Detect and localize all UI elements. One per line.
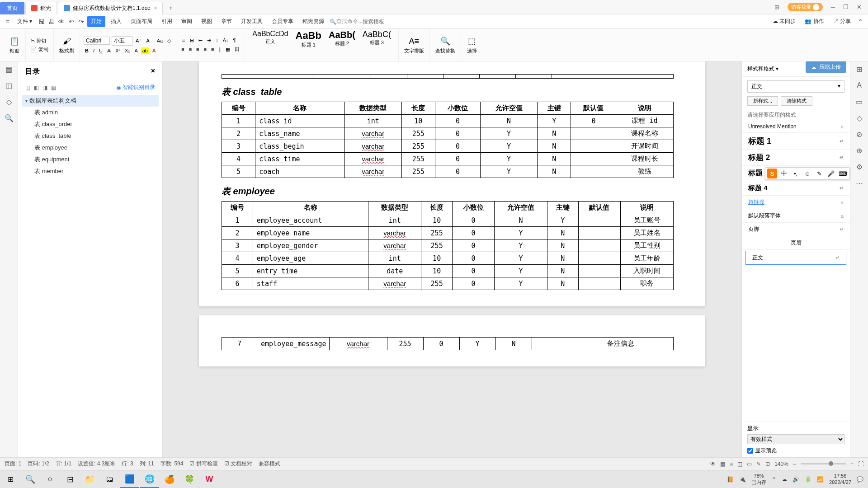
cut-button[interactable]: ✂ 剪切: [29, 37, 50, 45]
view-mode-icon[interactable]: ≡: [730, 461, 733, 467]
paragraph-mark[interactable]: ¶: [232, 37, 237, 43]
status-sections[interactable]: 节: 1/1: [56, 460, 71, 468]
menu-icon[interactable]: ≡: [4, 18, 12, 25]
search-input[interactable]: [363, 19, 399, 25]
reference-tab[interactable]: 引用: [158, 16, 176, 27]
status-proof[interactable]: ☑ 文档校对: [224, 460, 252, 468]
decrease-font[interactable]: A⁻: [145, 38, 153, 44]
zoom-in[interactable]: +: [850, 461, 854, 467]
search-icon[interactable]: 🔍: [21, 471, 40, 488]
command-search[interactable]: 🔍 查找命令...: [330, 18, 399, 25]
new-tab-button[interactable]: +: [164, 2, 178, 14]
show-select[interactable]: 有效样式: [747, 434, 844, 444]
minimize-button[interactable]: ─: [831, 4, 835, 10]
save-icon[interactable]: 🖫: [38, 18, 46, 25]
view-mode-icon[interactable]: ▦: [720, 461, 725, 467]
style-body[interactable]: AaBbCcDd正文: [249, 29, 292, 61]
cloud-sync[interactable]: ☁ 未同步: [769, 16, 799, 27]
taskbar-app-icon[interactable]: 🌐: [140, 471, 159, 488]
chapter-tab[interactable]: 章节: [217, 16, 236, 27]
page-layout-tab[interactable]: 页面布局: [127, 16, 156, 27]
close-icon[interactable]: ×: [151, 67, 155, 76]
outline-icon[interactable]: ▤: [5, 65, 14, 74]
bullets-button[interactable]: ≣: [180, 37, 187, 44]
more-icon[interactable]: ⌃: [856, 18, 864, 25]
upload-button[interactable]: 压缩上传: [806, 61, 846, 73]
document-area[interactable]: 表 class_table 编号名称数据类型长度小数位允许空值主键默认值说明1c…: [163, 61, 741, 457]
style-item-h4[interactable]: 标题 4↵: [742, 181, 850, 196]
outline-item[interactable]: 表 equipment: [22, 154, 159, 165]
line-spacing[interactable]: ‖: [217, 46, 222, 53]
copy-button[interactable]: 📄 复制: [29, 46, 50, 53]
ime-logo-icon[interactable]: S: [767, 169, 777, 178]
style-h1[interactable]: AaBb标题 1: [292, 29, 325, 61]
style-item-h2[interactable]: 标题 2↵: [742, 150, 850, 166]
style-h3[interactable]: AaBbC(标题 3: [359, 29, 395, 61]
tray-icon[interactable]: ☁: [782, 476, 787, 483]
ime-skin-icon[interactable]: ✎: [814, 169, 824, 178]
ime-keyboard-icon[interactable]: ⌨: [838, 169, 848, 178]
outline-item[interactable]: 表 class_table: [22, 130, 159, 142]
style-item-link[interactable]: 超链接a: [742, 196, 850, 209]
bookmark-icon[interactable]: ◇: [5, 98, 14, 107]
review-tab[interactable]: 审阅: [178, 16, 196, 27]
outline-tool-icon[interactable]: ◫: [25, 84, 30, 91]
notification-icon[interactable]: 💬: [857, 476, 863, 483]
text-tools-button[interactable]: A≡文字排版: [402, 36, 426, 54]
tray-icon[interactable]: ⌃: [772, 476, 776, 483]
outline-item[interactable]: 表 employee: [22, 142, 159, 154]
bold-button[interactable]: B: [84, 47, 90, 54]
style-item-header[interactable]: 页眉: [742, 236, 850, 250]
restore-button[interactable]: ❐: [843, 4, 849, 10]
settings-icon[interactable]: ⊞: [855, 65, 864, 74]
zoom-slider[interactable]: [801, 463, 846, 465]
current-style[interactable]: 正文▾: [747, 80, 844, 93]
align-distribute[interactable]: ≡: [210, 46, 215, 52]
style-item-body[interactable]: 正文↵: [745, 251, 846, 265]
align-center[interactable]: ≡: [188, 46, 193, 52]
find-replace-button[interactable]: 🔍查找替换: [434, 36, 457, 54]
clear-format-button[interactable]: 清除格式: [781, 96, 812, 106]
style-item[interactable]: Unresolved Mentiona: [742, 121, 850, 133]
file-menu[interactable]: 文件 ▾: [14, 16, 36, 27]
fit-icon[interactable]: ⊡: [765, 461, 770, 467]
taskbar-app-icon[interactable]: 🟦: [120, 471, 139, 488]
zoom-out[interactable]: −: [793, 461, 796, 467]
outline-tool-icon[interactable]: ◨: [42, 84, 47, 91]
indent-button[interactable]: ⇥: [206, 37, 212, 44]
search-icon[interactable]: 🔍: [5, 114, 14, 123]
tray-icon[interactable]: 🔌: [739, 476, 746, 483]
italic-button[interactable]: I: [92, 47, 96, 54]
fullscreen-icon[interactable]: ⛶: [858, 461, 863, 467]
redo-icon[interactable]: ↷: [77, 18, 85, 25]
document-tab-2[interactable]: 健身房系统数据设计文档1.1.doc×: [58, 2, 163, 14]
clear-format[interactable]: ◇: [166, 38, 172, 44]
clock-time[interactable]: 17:56: [834, 473, 847, 479]
outline-item[interactable]: 表 member: [22, 165, 159, 177]
status-words[interactable]: 字数: 594: [160, 460, 184, 468]
page-icon[interactable]: ◫: [5, 81, 14, 90]
select-button[interactable]: ⬚选择: [465, 36, 479, 54]
taskbar-app-icon[interactable]: 🍀: [180, 471, 199, 488]
outline-item[interactable]: 表 admin: [22, 107, 159, 118]
text-direction[interactable]: ↕: [214, 37, 220, 43]
highlight-button[interactable]: ab: [141, 47, 149, 54]
undo-icon[interactable]: ↶: [67, 18, 75, 25]
taskview-icon[interactable]: ⊟: [61, 471, 80, 488]
document-tab-1[interactable]: 稻壳: [25, 2, 57, 14]
underline-button[interactable]: U: [98, 47, 104, 54]
align-justify[interactable]: ≡: [203, 46, 208, 52]
home-tab[interactable]: 首页: [0, 2, 24, 14]
help-icon[interactable]: ⊕: [855, 146, 864, 155]
taskbar-app-icon[interactable]: 🍊: [160, 471, 179, 488]
font-family-select[interactable]: Calibri: [84, 37, 110, 45]
more-icon[interactable]: ⋯: [855, 179, 864, 188]
tray-icon[interactable]: 📙: [727, 476, 734, 483]
font-color-button[interactable]: A: [151, 47, 157, 54]
status-col[interactable]: 列: 11: [140, 460, 154, 468]
shading-button[interactable]: ▦: [224, 46, 231, 53]
limit-icon[interactable]: ⊘: [855, 130, 864, 139]
clock-date[interactable]: 2022/4/27: [829, 479, 851, 485]
close-button[interactable]: ✕: [857, 4, 862, 10]
increase-font[interactable]: A⁺: [134, 38, 143, 44]
